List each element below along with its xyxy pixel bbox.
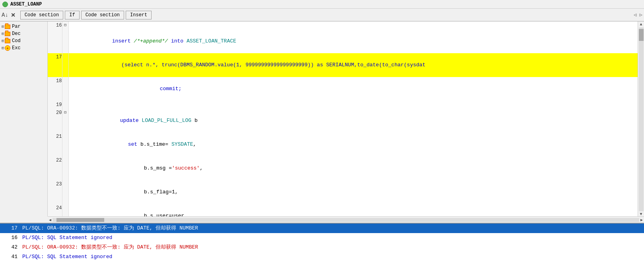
scroll-left-arrow[interactable]: ◀ <box>48 218 53 222</box>
nav-arrows: ◁ ▷ <box>634 12 642 18</box>
if-button[interactable]: If <box>65 11 79 19</box>
fold-icon[interactable]: ⊟ <box>62 21 68 53</box>
toolbar: A↓ ✕ Code section If Code section Insert… <box>0 9 644 21</box>
table-row: 18 commit; <box>48 77 638 101</box>
output-line-num: 42 <box>3 243 18 251</box>
fold-icon <box>62 53 68 77</box>
code-content[interactable]: update LOAD_PL_FULL_LOG b <box>68 109 638 133</box>
horizontal-scrollbar[interactable]: ◀ ▶ <box>48 216 644 223</box>
table-row: 20 ⊟ update LOAD_PL_FULL_LOG b <box>48 109 638 133</box>
line-number: 16 <box>48 21 62 53</box>
output-row-17[interactable]: 17 PL/SQL: ORA-00932: 数据类型不一致: 应为 DATE, … <box>0 224 644 233</box>
close-button[interactable]: ✕ <box>11 12 16 18</box>
output-row-41[interactable]: 41 PL/SQL: SQL Statement ignored <box>0 252 644 262</box>
keyword: update <box>120 118 142 123</box>
code-text: , <box>200 165 203 171</box>
code-text: b.s_flag=1, <box>144 189 178 195</box>
table-row: 19 <box>48 101 638 109</box>
fold-icon[interactable]: ⊟ <box>62 109 68 133</box>
line-number: 22 <box>48 156 62 180</box>
code-content[interactable]: (select n.*, trunc(DBMS_RANDOM.value(1, … <box>68 53 638 77</box>
output-row-16[interactable]: 16 PL/SQL: SQL Statement ignored <box>0 233 644 243</box>
output-line-num: 16 <box>3 234 18 242</box>
output-message: PL/SQL: ORA-00932: 数据类型不一致: 应为 DATE, 但却获… <box>22 224 198 232</box>
sidebar-label-cod: Cod <box>12 38 21 44</box>
fold-icon <box>62 101 68 109</box>
table-row: 21 set b.s_time= SYSDATE, <box>48 133 638 156</box>
sidebar-item-dec[interactable]: ⊞ Dec <box>0 30 47 37</box>
code-text: , <box>193 141 197 147</box>
sidebar-item-exc[interactable]: ⊞ ◆ Exc <box>0 44 47 52</box>
folder-icon-cod <box>5 39 10 43</box>
scroll-thumb[interactable] <box>639 29 644 41</box>
exc-icon: ◆ <box>5 45 10 51</box>
table-row: 22 b.s_msg ='success', <box>48 156 638 180</box>
table-row: 16 ⊟ insert /*+append*/ into ASSET_LOAN_… <box>48 21 638 53</box>
main-area: ⊞ Par ⊞ Dec ⊞ Cod ⊞ ◆ Exc 16 <box>0 21 644 216</box>
code-content[interactable]: set b.s_time= SYSDATE, <box>68 133 638 156</box>
title-bar: ASSET_LOANP <box>0 0 644 9</box>
output-line-num: 41 <box>3 253 18 261</box>
output-message: PL/SQL: ORA-00932: 数据类型不一致: 应为 DATE, 但却获… <box>22 243 198 251</box>
vertical-scrollbar[interactable]: ▲ ▼ <box>638 21 644 216</box>
code-section-button-2[interactable]: Code section <box>81 11 124 19</box>
table-row: 17 (select n.*, trunc(DBMS_RANDOM.value(… <box>48 53 638 77</box>
code-content[interactable]: b.s_user=user <box>68 204 638 216</box>
expand-icon-par: ⊞ <box>2 24 4 29</box>
expand-icon-cod: ⊞ <box>2 39 4 43</box>
code-table: 16 ⊟ insert /*+append*/ into ASSET_LOAN_… <box>48 21 638 216</box>
output-message: PL/SQL: SQL Statement ignored <box>22 234 112 242</box>
h-scroll-track[interactable] <box>53 218 639 222</box>
h-scroll-thumb[interactable] <box>56 218 104 222</box>
folder-icon-par <box>5 25 10 29</box>
scroll-track[interactable] <box>639 27 644 211</box>
line-number: 23 <box>48 180 62 204</box>
line-number: 24 <box>48 204 62 216</box>
sidebar-label-dec: Dec <box>12 31 21 37</box>
output-row-42[interactable]: 42 PL/SQL: ORA-00932: 数据类型不一致: 应为 DATE, … <box>0 243 644 252</box>
keyword: commit; <box>160 86 182 92</box>
scroll-down-arrow[interactable]: ▼ <box>640 212 642 216</box>
code-content[interactable]: b.s_msg ='success', <box>68 156 638 180</box>
insert-button[interactable]: Insert <box>126 11 152 19</box>
code-content[interactable] <box>68 101 638 109</box>
expand-icon-dec: ⊞ <box>2 31 4 36</box>
code-editor: 16 ⊟ insert /*+append*/ into ASSET_LOAN_… <box>48 21 638 216</box>
table-row: 23 b.s_flag=1, <box>48 180 638 204</box>
identifier: SYSDATE <box>171 141 193 147</box>
sort-icon: A↓ <box>2 12 8 18</box>
keyword: set <box>128 141 140 147</box>
code-content[interactable]: commit; <box>68 77 638 101</box>
string-literal: 'success' <box>172 165 200 171</box>
keyword: into <box>168 38 187 44</box>
line-number: 19 <box>48 101 62 109</box>
fold-icon <box>62 204 68 216</box>
expand-icon-exc: ⊞ <box>2 46 4 50</box>
line-number: 21 <box>48 133 62 156</box>
scroll-right-arrow[interactable]: ▶ <box>639 218 644 222</box>
code-content[interactable]: b.s_flag=1, <box>68 180 638 204</box>
code-content[interactable]: insert /*+append*/ into ASSET_LOAN_TRACE <box>68 21 638 53</box>
identifier: LOAD_PL_FULL_LOG <box>142 118 191 123</box>
sidebar-label-par: Par <box>12 24 21 29</box>
sidebar-item-par[interactable]: ⊞ Par <box>0 23 47 30</box>
code-section-button-1[interactable]: Code section <box>20 11 63 19</box>
line-number: 18 <box>48 77 62 101</box>
code-text: b.s_user=user <box>144 213 184 216</box>
sidebar: ⊞ Par ⊞ Dec ⊞ Cod ⊞ ◆ Exc <box>0 21 48 216</box>
comment: /*+append*/ <box>134 38 168 44</box>
fold-icon <box>62 77 68 101</box>
line-number: 20 <box>48 109 62 133</box>
scroll-up-arrow[interactable]: ▲ <box>640 22 642 27</box>
line-number: 17 <box>48 53 62 77</box>
code-scroll-area[interactable]: 16 ⊟ insert /*+append*/ into ASSET_LOAN_… <box>48 21 638 216</box>
sidebar-item-cod[interactable]: ⊞ Cod <box>0 37 47 44</box>
code-text: b.s_time= <box>140 141 171 147</box>
table-row: 24 b.s_user=user <box>48 204 638 216</box>
code-text: b <box>191 118 198 123</box>
fold-icon <box>62 180 68 204</box>
output-message: PL/SQL: SQL Statement ignored <box>22 253 112 261</box>
fold-icon <box>62 156 68 180</box>
identifier: ASSET_LOAN_TRACE <box>187 38 236 44</box>
code-text: b.s_msg = <box>144 165 172 171</box>
